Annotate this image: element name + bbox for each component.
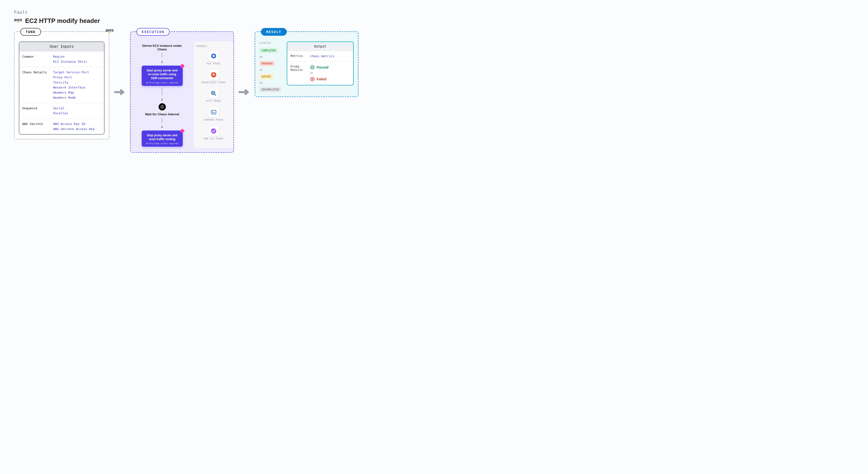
aws-logo-icon: aws ⌣ <box>105 29 114 34</box>
input-group: Chaos DetailsTarget Service PortProxy Po… <box>19 67 104 103</box>
tune-badge: TUNE <box>20 28 41 36</box>
lock-icon: ⦿ <box>146 142 148 145</box>
svg-rect-5 <box>211 110 216 114</box>
input-item: AWS Access Key ID <box>53 122 95 126</box>
input-item: Headers Map <box>53 91 89 94</box>
status-title: STATUS <box>259 41 281 45</box>
arrow-right-icon <box>114 89 125 95</box>
input-group: SequenceSerialParallel <box>19 103 104 119</box>
clock-icon <box>159 103 166 110</box>
probe-label: HTTP PROBE <box>206 100 221 103</box>
arrow-down-icon: ↓ <box>161 124 163 129</box>
x-circle-icon <box>310 77 315 81</box>
status-completed: COMPLETED <box>259 48 278 53</box>
probes-title: PROBES <box>196 45 231 47</box>
input-item: Target Service Port <box>53 70 89 74</box>
input-item: AWS Secrete Access Key <box>53 127 95 131</box>
input-group-label: AWS Secrets <box>22 122 51 126</box>
probes-panel: PROBES K8S PROBEPROMETHEUS PROBEHTTP PRO… <box>194 41 234 148</box>
input-item: Headers Mode <box>53 96 89 99</box>
input-item: Toxicity <box>53 80 89 84</box>
check-circle-icon <box>310 65 315 70</box>
input-group-label: Chaos Details <box>22 70 51 74</box>
flow-step-derive: Derive EC2 instance under Chaos <box>142 44 183 51</box>
input-item: Network Interface <box>53 86 89 89</box>
output-panel: Output Metrics chaos metrics Probe Resul… <box>287 41 353 86</box>
input-item: Region <box>53 55 87 58</box>
probe-item: SRM SLO PROBE <box>196 126 231 140</box>
probe-item: COMMAND PROBE <box>196 107 231 122</box>
execution-stage: EXECUTION Derive EC2 instance under Chao… <box>130 31 234 153</box>
probe-item: HTTP PROBE <box>196 88 231 103</box>
status-errored: ERRORED <box>259 61 274 66</box>
http-icon <box>209 88 219 98</box>
probe-result-failed: Failed <box>310 77 329 81</box>
probe-result-passed: Passed <box>310 65 329 70</box>
user-inputs-panel: User Inputs CommonRegionEC2 Instance ID(… <box>19 41 104 135</box>
lock-icon: ⦿ <box>146 82 148 84</box>
probe-item: PROMETHEUS PROBE <box>196 70 231 84</box>
status-incompleted: INCOMPLETED <box>259 87 281 92</box>
input-group-label: Sequence <box>22 106 51 110</box>
input-group: AWS SecretsAWS Access Key IDAWS Secrete … <box>19 119 104 134</box>
output-title: Output <box>287 42 353 51</box>
input-item: Serial <box>53 106 68 110</box>
user-inputs-title: User Inputs <box>19 42 104 52</box>
result-badge: RESULT <box>261 28 287 36</box>
prometheus-icon <box>209 70 219 80</box>
srm-icon <box>209 126 219 136</box>
stages-row: TUNE aws ⌣ User Inputs CommonRegionEC2 I… <box>14 31 854 153</box>
tune-stage: TUNE aws ⌣ User Inputs CommonRegionEC2 I… <box>14 31 110 139</box>
probe-label: SRM SLO PROBE <box>204 137 223 140</box>
probe-label: PROMETHEUS PROBE <box>201 81 226 84</box>
input-group-label: Common <box>22 55 51 58</box>
probe-label: COMMAND PROBE <box>204 119 223 122</box>
arrow-right-icon <box>239 89 250 95</box>
aws-logo-icon: aws ⌣ <box>14 19 22 23</box>
flow-step-wait: Wait for Chaos Interval <box>145 112 179 116</box>
input-item: EC2 Instance ID(s) <box>53 60 87 63</box>
execution-flow: Derive EC2 instance under Chaos ↓ Start … <box>135 41 189 148</box>
flow-card-stop-proxy: Stop proxy server and reset traffic rout… <box>142 131 183 147</box>
flow-card-start-proxy: Start proxy server and re-route traffic … <box>142 66 183 86</box>
result-stage: RESULT STATUS COMPLETED OR ERRORED OR QU… <box>255 31 359 97</box>
svg-point-2 <box>213 55 215 57</box>
probe-results-label: Probe Results <box>290 65 308 72</box>
cmd-icon <box>209 107 219 117</box>
k8s-icon <box>209 51 219 61</box>
metrics-label: Metrics <box>290 54 308 58</box>
status-column: STATUS COMPLETED OR ERRORED OR QUEUED OR… <box>259 41 281 92</box>
input-item: Parallel <box>53 111 68 115</box>
page-title: EC2 HTTP modify header <box>25 17 100 25</box>
input-item: Proxy Port <box>53 75 89 79</box>
probe-item: K8S PROBE <box>196 51 231 65</box>
execution-badge: EXECUTION <box>136 28 170 36</box>
input-group: CommonRegionEC2 Instance ID(s) <box>19 52 104 67</box>
status-queued: QUEUED <box>259 74 273 79</box>
arrow-down-icon: ↓ <box>161 59 163 64</box>
probe-label: K8S PROBE <box>207 63 221 65</box>
arrow-down-icon: ↓ <box>161 97 163 101</box>
header: Fault aws ⌣ EC2 HTTP modify header <box>14 10 854 25</box>
metrics-value: chaos metrics <box>310 54 335 58</box>
fault-label: Fault <box>14 10 854 15</box>
